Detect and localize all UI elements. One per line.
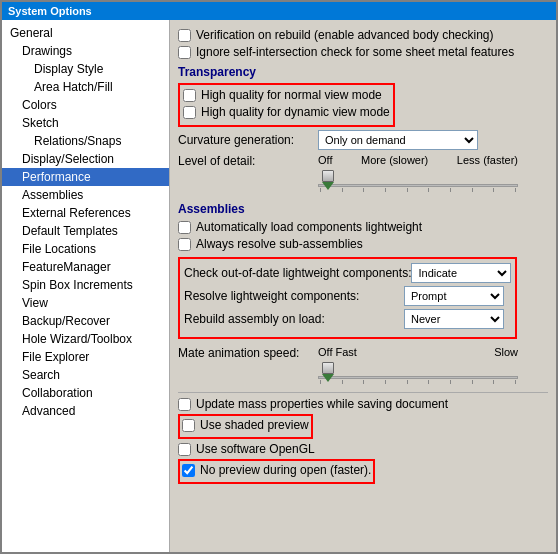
tick	[472, 188, 473, 192]
system-options-window: System Options General Drawings Display …	[0, 0, 558, 554]
update-mass-label: Update mass properties while saving docu…	[196, 397, 448, 411]
sidebar-item-hole-wizard[interactable]: Hole Wizard/Toolbox	[2, 330, 169, 348]
main-content: General Drawings Display Style Area Hatc…	[2, 20, 556, 552]
sidebar-item-file-locations[interactable]: File Locations	[2, 240, 169, 258]
sidebar-item-display-style[interactable]: Display Style	[2, 60, 169, 78]
use-shaded-checkbox[interactable]	[182, 419, 195, 432]
off-label: Off	[318, 154, 332, 166]
sidebar-item-colors[interactable]: Colors	[2, 96, 169, 114]
assemblies-section-label: Assemblies	[178, 202, 548, 216]
auto-load-row: Automatically load components lightweigh…	[178, 220, 548, 234]
title-bar: System Options	[2, 2, 556, 20]
always-resolve-row: Always resolve sub-assemblies	[178, 237, 548, 251]
mate-animation-row: Mate animation speed: Off Fast Slow	[178, 346, 548, 388]
sidebar-item-backup-recover[interactable]: Backup/Recover	[2, 312, 169, 330]
curvature-row: Curvature generation: Only on demand On …	[178, 130, 548, 150]
sidebar-item-spin-box[interactable]: Spin Box Increments	[2, 276, 169, 294]
tick	[472, 380, 473, 384]
transparency-section-label: Transparency	[178, 65, 548, 79]
sidebar-item-sketch[interactable]: Sketch	[2, 114, 169, 132]
shaded-preview-box: Use shaded preview	[178, 414, 313, 439]
sidebar-item-view[interactable]: View	[2, 294, 169, 312]
verification-rebuild-row: Verification on rebuild (enable advanced…	[178, 28, 548, 42]
sidebar-item-relations-snaps[interactable]: Relations/Snaps	[2, 132, 169, 150]
resolve-lightweight-select[interactable]: Indicate Prompt Never	[404, 286, 504, 306]
sidebar-item-assemblies[interactable]: Assemblies	[2, 186, 169, 204]
sidebar-item-advanced[interactable]: Advanced	[2, 402, 169, 420]
tick	[320, 188, 321, 192]
divider	[178, 392, 548, 393]
sidebar-item-drawings[interactable]: Drawings	[2, 42, 169, 60]
sidebar-item-collaboration[interactable]: Collaboration	[2, 384, 169, 402]
level-slider-area	[318, 166, 518, 196]
curvature-select[interactable]: Only on demand On always	[318, 130, 478, 150]
sidebar-item-area-hatch[interactable]: Area Hatch/Fill	[2, 78, 169, 96]
mate-slider-thumb[interactable]	[322, 362, 334, 382]
no-preview-checkbox[interactable]	[182, 464, 195, 477]
thumb-body	[322, 170, 334, 182]
sidebar-item-performance[interactable]: Performance	[2, 168, 169, 186]
curvature-label: Curvature generation:	[178, 133, 318, 147]
window-title: System Options	[8, 5, 92, 17]
tick	[493, 380, 494, 384]
level-detail-labels: Off More (slower) Less (faster)	[318, 154, 518, 166]
mate-speed-labels: Off Fast Slow	[318, 346, 518, 358]
tick-container	[318, 188, 518, 192]
no-preview-box: No preview during open (faster).	[178, 459, 375, 484]
update-mass-checkbox[interactable]	[178, 398, 191, 411]
use-software-opengl-row: Use software OpenGL	[178, 442, 548, 456]
tick	[407, 188, 408, 192]
sidebar-item-external-references[interactable]: External References	[2, 204, 169, 222]
tick	[363, 380, 364, 384]
mate-thumb-body	[322, 362, 334, 374]
verification-rebuild-checkbox[interactable]	[178, 29, 191, 42]
high-quality-dynamic-row: High quality for dynamic view mode	[183, 105, 390, 119]
mate-slider-area	[318, 358, 518, 388]
tick	[428, 188, 429, 192]
tick	[385, 380, 386, 384]
resolve-lightweight-label: Resolve lightweight components:	[184, 289, 404, 303]
rebuild-on-load-select[interactable]: Never Always Prompt	[404, 309, 504, 329]
assembly-dropdowns-box: Check out-of-date lightweight components…	[178, 257, 517, 339]
use-shaded-label: Use shaded preview	[200, 418, 309, 432]
level-of-detail-row: Level of detail: Off More (slower) Less …	[178, 154, 548, 196]
main-panel: Verification on rebuild (enable advanced…	[170, 20, 556, 552]
sidebar-item-general[interactable]: General	[2, 24, 169, 42]
ignore-self-intersection-checkbox[interactable]	[178, 46, 191, 59]
tick	[428, 380, 429, 384]
high-quality-normal-label: High quality for normal view mode	[201, 88, 382, 102]
update-mass-row: Update mass properties while saving docu…	[178, 397, 548, 411]
ignore-self-intersection-row: Ignore self-intersection check for some …	[178, 45, 548, 59]
sidebar-item-default-templates[interactable]: Default Templates	[2, 222, 169, 240]
mate-animation-label: Mate animation speed:	[178, 346, 318, 360]
tick	[515, 380, 516, 384]
tick	[407, 380, 408, 384]
sidebar-item-file-explorer[interactable]: File Explorer	[2, 348, 169, 366]
mate-thumb-arrow	[322, 374, 334, 382]
mate-off-fast-label: Off Fast	[318, 346, 357, 358]
auto-load-checkbox[interactable]	[178, 221, 191, 234]
rebuild-on-load-row: Rebuild assembly on load: Never Always P…	[184, 309, 511, 329]
slider-thumb[interactable]	[322, 170, 334, 190]
mate-tick-container	[318, 380, 518, 384]
check-out-of-date-select[interactable]: Indicate Prompt Never	[411, 263, 511, 283]
tick	[320, 380, 321, 384]
sidebar-item-display-selection[interactable]: Display/Selection	[2, 150, 169, 168]
sidebar-item-search[interactable]: Search	[2, 366, 169, 384]
no-preview-row: No preview during open (faster).	[182, 463, 371, 477]
use-software-opengl-checkbox[interactable]	[178, 443, 191, 456]
high-quality-normal-checkbox[interactable]	[183, 89, 196, 102]
check-out-of-date-row: Check out-of-date lightweight components…	[184, 263, 511, 283]
auto-load-label: Automatically load components lightweigh…	[196, 220, 422, 234]
mate-animation-slider-container: Off Fast Slow	[318, 346, 518, 388]
sidebar: General Drawings Display Style Area Hatc…	[2, 20, 170, 552]
always-resolve-label: Always resolve sub-assemblies	[196, 237, 363, 251]
sidebar-item-feature-manager[interactable]: FeatureManager	[2, 258, 169, 276]
rebuild-on-load-label: Rebuild assembly on load:	[184, 312, 404, 326]
mate-slider-track	[318, 376, 518, 379]
tick	[493, 188, 494, 192]
tick	[363, 188, 364, 192]
high-quality-dynamic-checkbox[interactable]	[183, 106, 196, 119]
always-resolve-checkbox[interactable]	[178, 238, 191, 251]
use-software-opengl-label: Use software OpenGL	[196, 442, 315, 456]
